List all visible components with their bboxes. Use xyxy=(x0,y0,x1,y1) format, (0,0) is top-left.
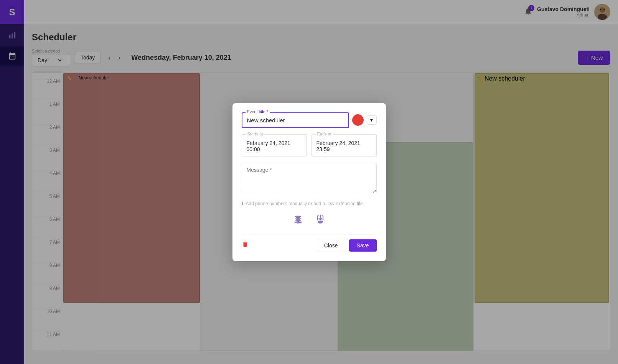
upload-button[interactable] xyxy=(293,214,303,227)
ends-at-field[interactable]: Ends at February 24, 2021 23:59 xyxy=(311,134,377,156)
hand-icon xyxy=(315,214,326,225)
message-textarea[interactable] xyxy=(242,163,377,193)
delete-icon xyxy=(242,241,249,248)
info-icon: ℹ xyxy=(242,201,244,206)
hand-button[interactable] xyxy=(315,214,326,227)
color-picker-button[interactable] xyxy=(352,114,364,126)
event-modal: Event title * ▼ Starts at February 24, 2… xyxy=(232,103,386,261)
color-dropdown-button[interactable]: ▼ xyxy=(367,115,377,125)
delete-button[interactable] xyxy=(242,241,249,250)
close-button[interactable]: Close xyxy=(317,239,345,252)
date-row: Starts at February 24, 2021 00:00 Ends a… xyxy=(242,134,377,156)
upload-icon xyxy=(293,214,303,225)
phone-icons-row xyxy=(242,210,377,231)
message-field-wrapper xyxy=(242,163,377,195)
modal-overlay: Event title * ▼ Starts at February 24, 2… xyxy=(0,0,618,364)
starts-at-value: February 24, 2021 00:00 xyxy=(247,140,302,152)
save-button[interactable]: Save xyxy=(349,239,377,252)
ends-at-label: Ends at xyxy=(316,132,333,136)
ends-at-value: February 24, 2021 23:59 xyxy=(316,140,372,152)
event-title-field: Event title * ▼ xyxy=(242,112,377,128)
event-title-label: Event title * xyxy=(246,109,270,114)
phone-hint-text: Add phone numbers manually or add a .csv… xyxy=(246,201,364,206)
starts-at-label: Starts at xyxy=(246,132,265,136)
starts-at-field[interactable]: Starts at February 24, 2021 00:00 xyxy=(242,134,307,156)
phone-hint: ℹ Add phone numbers manually or add a .c… xyxy=(242,201,377,206)
modal-footer: Close Save xyxy=(242,234,377,252)
event-title-input[interactable] xyxy=(242,112,349,128)
event-title-row: ▼ xyxy=(242,112,377,128)
